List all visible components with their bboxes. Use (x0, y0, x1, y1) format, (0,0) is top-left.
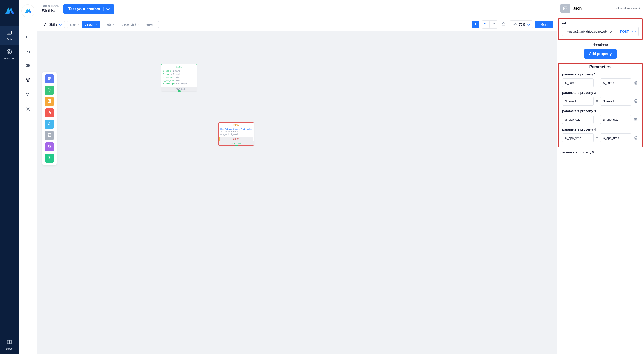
inspector-panel: Json How does it work? url POST Headers … (556, 0, 644, 354)
nav-account[interactable]: Account (0, 45, 18, 64)
nav-docs[interactable]: Docs (0, 335, 18, 354)
nav-bots[interactable]: Bots (0, 26, 18, 45)
gear-icon (25, 106, 30, 112)
param-key-input[interactable] (562, 115, 594, 124)
redo-button[interactable] (490, 21, 497, 28)
json-block-icon (560, 4, 570, 13)
node-success-output[interactable]: SUCCESS (218, 141, 254, 146)
flow-canvas[interactable]: SEND $_name = $_name $_email = $_email $… (37, 31, 556, 354)
palette-cart-block[interactable] (45, 142, 54, 151)
url-input[interactable] (562, 27, 615, 36)
test-chatbot-button[interactable]: Test your chatbot (64, 4, 114, 14)
delete-param-button[interactable] (634, 81, 638, 86)
svg-point-19 (515, 24, 516, 25)
tab-mute[interactable]: _mutex (100, 21, 117, 28)
palette-text-block[interactable] (45, 74, 54, 83)
svg-point-4 (8, 51, 10, 52)
palette-form-block[interactable] (45, 97, 54, 106)
param-value-input[interactable] (600, 97, 631, 106)
close-icon[interactable]: x (154, 23, 156, 26)
palette-timer-block[interactable] (45, 108, 54, 117)
tab-start[interactable]: startx (67, 21, 82, 28)
user-icon (47, 122, 52, 127)
svg-point-9 (27, 65, 28, 66)
sec-bot[interactable] (23, 61, 33, 71)
delete-param-button[interactable] (634, 99, 638, 104)
svg-point-35 (49, 156, 50, 157)
block-palette (42, 72, 56, 165)
nav-bots-label: Bots (6, 38, 12, 41)
app-logo-icon (4, 6, 14, 16)
link-icon (614, 7, 617, 10)
palette-condition-block[interactable] (45, 86, 54, 95)
chevron-down-icon (632, 30, 636, 33)
chevron-down-icon (527, 23, 530, 26)
param-key-input[interactable] (562, 78, 594, 87)
skills-filter[interactable]: All Skills (41, 21, 65, 28)
plus-icon (474, 22, 478, 27)
svg-point-33 (49, 148, 49, 148)
add-button[interactable] (472, 21, 480, 28)
page-title: Skills (42, 8, 59, 14)
close-icon[interactable]: x (113, 23, 114, 26)
equals-sign: = (596, 118, 598, 122)
node-title: SEND (162, 64, 197, 69)
close-icon[interactable]: x (96, 23, 97, 26)
delete-param-button[interactable] (634, 117, 638, 122)
delete-param-button[interactable] (634, 136, 638, 141)
sec-broadcast[interactable] (23, 90, 33, 100)
svg-point-10 (28, 65, 28, 66)
nav-account-label: Account (4, 57, 15, 60)
inspector-title: Json (573, 6, 612, 11)
node-output[interactable]: __new_lead (162, 87, 197, 91)
equals-sign: = (596, 136, 598, 140)
flow-connectors (37, 31, 105, 65)
sec-settings[interactable] (23, 104, 33, 114)
palette-json-block[interactable] (45, 131, 54, 140)
run-button[interactable]: Run (535, 21, 553, 28)
node-error-output[interactable]: ERROR (219, 137, 254, 141)
help-link[interactable]: How does it work? (614, 7, 640, 10)
param-value-input[interactable] (600, 134, 631, 142)
megaphone-icon (25, 92, 30, 98)
param-value-input[interactable] (600, 78, 631, 87)
param-key-input[interactable] (562, 97, 594, 106)
project-logo[interactable] (22, 5, 34, 17)
http-method-select[interactable]: POST (617, 27, 638, 36)
svg-point-28 (48, 112, 51, 114)
tab-default[interactable]: defaultx (82, 21, 100, 28)
node-title: JSON (218, 123, 254, 127)
param-key-input[interactable] (562, 134, 594, 142)
sec-flow[interactable] (23, 75, 33, 85)
palette-user-block[interactable] (45, 120, 54, 129)
cart-icon (47, 144, 52, 150)
bar-chart-icon (25, 34, 30, 40)
sec-conversations[interactable] (23, 46, 33, 56)
tab-page-visit[interactable]: _page_visitx (117, 21, 142, 28)
svg-rect-0 (7, 31, 12, 34)
palette-webhook-block[interactable] (45, 154, 54, 163)
node-url: https://s1.apix-drive.com/web-hooks... (218, 127, 254, 131)
undo-button[interactable] (482, 21, 490, 28)
book-icon (6, 339, 13, 345)
subbar: All Skills startx defaultx _mutex _page_… (37, 18, 556, 31)
tab-error[interactable]: _errorx (142, 21, 158, 28)
bot-head-icon (25, 63, 30, 69)
flow-node-send[interactable]: SEND $_name = $_name $_email = $_email $… (161, 64, 197, 91)
add-property-button[interactable]: Add property (584, 49, 616, 59)
zoom-control[interactable]: 70% (510, 21, 533, 28)
webhook-icon (47, 155, 52, 161)
param-3: parameters property 3 = (559, 108, 642, 127)
close-icon[interactable]: x (138, 23, 139, 26)
flow-node-json[interactable]: JSON https://s1.apix-drive.com/web-hooks… (218, 122, 254, 146)
svg-point-13 (29, 78, 30, 79)
sec-analytics[interactable] (23, 32, 33, 42)
home-button[interactable] (500, 21, 508, 28)
chevron-down-icon (59, 23, 62, 26)
svg-point-15 (27, 108, 28, 110)
chats-icon (25, 48, 30, 54)
parameters-title: Parameters (559, 64, 642, 72)
param-value-input[interactable] (600, 115, 631, 124)
close-icon[interactable]: x (78, 23, 79, 26)
stopwatch-icon (47, 110, 52, 116)
